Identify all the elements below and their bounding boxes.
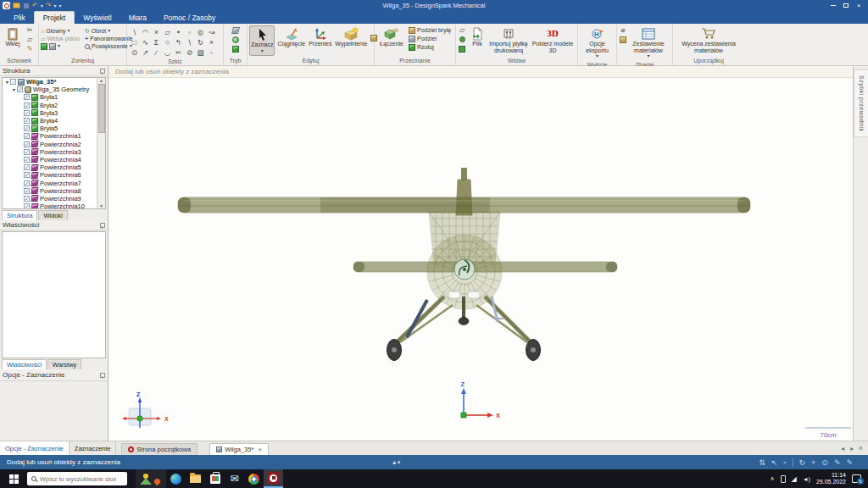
tab-warstwy[interactable]: Warstwy	[47, 359, 81, 369]
tree-surface[interactable]: ✓Powierzchnia9	[3, 195, 96, 202]
tab-next-icon[interactable]: ►	[849, 446, 855, 452]
import-pcb-button[interactable]: Importuj płytkę drukowaną	[488, 25, 529, 54]
undo-icon[interactable]: ↶	[32, 2, 38, 9]
section-mode-icon[interactable]	[231, 36, 240, 43]
start-button[interactable]	[0, 469, 27, 488]
visibility-checkbox[interactable]: ✓	[24, 180, 30, 186]
tab-opcje-zaznaczenie[interactable]: Opcje - Zaznaczenie	[0, 441, 70, 455]
tab-struktura[interactable]: Struktura	[2, 210, 37, 220]
restore-button[interactable]	[840, 1, 852, 10]
tab-pomoc[interactable]: Pomoc / Zasoby	[155, 12, 224, 24]
sketch-tool-icon[interactable]: ↝	[209, 28, 214, 36]
close-tab-icon[interactable]: ×	[258, 446, 262, 453]
phone-icon[interactable]	[781, 475, 786, 483]
fill-button[interactable]: Wypełnienie	[334, 25, 368, 48]
pan-view-icon[interactable]: +	[811, 458, 815, 467]
tree-solid[interactable]: ✓Bryła5	[3, 125, 96, 132]
sketch-tool-icon[interactable]: ↰	[175, 38, 181, 47]
status-dropdown-icon[interactable]: ▲▾	[392, 459, 400, 466]
sketch-mode-icon[interactable]	[231, 26, 240, 34]
format-painter-icon[interactable]: ✎	[25, 45, 34, 53]
visibility-checkbox[interactable]: ✓	[17, 86, 23, 92]
tree-surface[interactable]: ✓Powierzchnia1	[3, 132, 96, 140]
tab-projekt[interactable]: Projekt	[34, 11, 75, 24]
annotate-pencil-icon[interactable]: ✎	[846, 458, 853, 467]
sketch-tool-icon[interactable]: ◠	[142, 28, 148, 36]
sketch-tool-icon[interactable]: •	[177, 28, 180, 36]
model-canvas[interactable]: X Z Z X	[108, 78, 853, 441]
sketch-tool-icon[interactable]: ×	[154, 28, 159, 36]
open-icon[interactable]	[13, 3, 20, 8]
taskbar-designspark-active[interactable]	[264, 469, 283, 488]
tab-start-page[interactable]: Strona początkowa	[121, 443, 198, 455]
pan-button[interactable]: +Panoramowanie	[85, 35, 133, 42]
save-icon[interactable]	[23, 3, 30, 9]
rotate-view-icon[interactable]: ↻	[799, 458, 806, 467]
tab-widoki[interactable]: Widoki	[38, 210, 68, 220]
tree-surface[interactable]: ✓Powierzchnia4	[3, 156, 96, 164]
sketch-tool-icon[interactable]: ◦	[210, 48, 213, 57]
expander-icon[interactable]: ▾	[11, 86, 17, 92]
redo-caret-icon[interactable]: ▾	[53, 3, 56, 8]
tray-expand-icon[interactable]: ∧	[770, 475, 774, 482]
visibility-checkbox[interactable]: ✓	[24, 164, 30, 170]
taskbar-mail[interactable]: ✉	[225, 469, 244, 488]
tree-solid[interactable]: ✓Bryła3	[3, 109, 96, 117]
visibility-checkbox[interactable]: ✓	[24, 118, 30, 124]
paste-button[interactable]: Wklej	[2, 25, 24, 48]
taskbar-chrome[interactable]	[244, 469, 264, 488]
undo-caret-icon[interactable]: ▾	[41, 3, 43, 8]
scroll-down-icon[interactable]: ▼	[99, 203, 103, 208]
tab-prev-icon[interactable]: ◄	[840, 446, 846, 452]
visibility-checkbox[interactable]: ✓	[24, 149, 30, 155]
visibility-checkbox[interactable]: ✓	[10, 79, 16, 85]
zoom-view-icon[interactable]: ⊙	[821, 458, 828, 467]
sketch-tool-icon[interactable]: ∖	[187, 38, 192, 47]
insert-plane-icon[interactable]: ▱	[458, 26, 466, 34]
weather-widget[interactable]	[136, 469, 166, 488]
pin-icon[interactable]	[98, 372, 105, 379]
sketch-tool-icon[interactable]: ▨	[197, 48, 203, 57]
bom-quote-button[interactable]: Wycena zestawienia materiałów	[676, 25, 741, 54]
tree-solid[interactable]: ✓Bryła2	[3, 102, 96, 109]
visibility-checkbox[interactable]: ✓	[24, 157, 30, 163]
tree-surface[interactable]: ✓Powierzchnia7	[3, 179, 96, 186]
project-button[interactable]: Rzutuj	[409, 43, 451, 51]
redo-icon[interactable]: ↷	[46, 2, 52, 9]
tree-scrollbar[interactable]: ▲ ▼	[97, 78, 105, 208]
visibility-checkbox[interactable]: ✓	[24, 110, 30, 116]
expander-icon[interactable]: ▾	[4, 79, 10, 85]
sketch-tool-icon[interactable]: ▱	[164, 28, 170, 36]
rotate-view-button[interactable]: ↻Obrót▾	[85, 27, 133, 35]
combine-button[interactable]: Łączenie	[376, 25, 407, 48]
viewport[interactable]: Dodaj lub usuń obiekty z zaznaczenia	[108, 66, 853, 441]
sketch-tool-icon[interactable]: ∿	[142, 38, 148, 47]
scrollbar-thumb[interactable]	[98, 84, 105, 133]
sketch-tool-icon[interactable]: ↗	[142, 48, 148, 57]
search-input[interactable]	[40, 475, 116, 483]
tree-surface[interactable]: ✓Powierzchnia8	[3, 187, 96, 195]
tab-zaznaczenie[interactable]: Zaznaczenie	[70, 441, 117, 455]
sketch-tool-icon[interactable]: ✂	[175, 48, 181, 57]
copy-icon[interactable]: ▱	[25, 36, 34, 43]
insert-sphere-icon[interactable]	[458, 36, 466, 43]
visibility-checkbox[interactable]: ✓	[24, 196, 30, 202]
split-button[interactable]: Podziel	[409, 35, 451, 42]
insert-file-button[interactable]: Plik	[468, 25, 487, 48]
sketch-pencil-icon[interactable]: ✎	[834, 458, 841, 467]
sketch-tool-icon[interactable]: ◦	[188, 28, 191, 36]
tree-surface[interactable]: ✓Powierzchnia2	[3, 141, 96, 148]
scroll-up-icon[interactable]: ▲	[99, 78, 103, 83]
sketch-tool-icon[interactable]: ∕	[156, 48, 157, 57]
tree-solid[interactable]: ✓Bryła4	[3, 117, 96, 125]
tree-surface[interactable]: ✓Powierzchnia3	[3, 148, 96, 156]
visibility-checkbox[interactable]: ✓	[24, 94, 30, 100]
tree-solid[interactable]: ✓Bryła1	[3, 93, 96, 101]
customize-qat-icon[interactable]: ▾	[58, 3, 61, 8]
network-icon[interactable]: ◢	[792, 475, 797, 483]
get-3d-models-button[interactable]: 3D Pobierz modele 3D	[531, 25, 575, 54]
sketch-tool-icon[interactable]: ↻	[198, 38, 203, 47]
tree-surface[interactable]: ✓Powierzchnia10	[3, 202, 96, 209]
visibility-checkbox[interactable]: ✓	[24, 133, 30, 139]
app-icon[interactable]	[3, 2, 10, 9]
